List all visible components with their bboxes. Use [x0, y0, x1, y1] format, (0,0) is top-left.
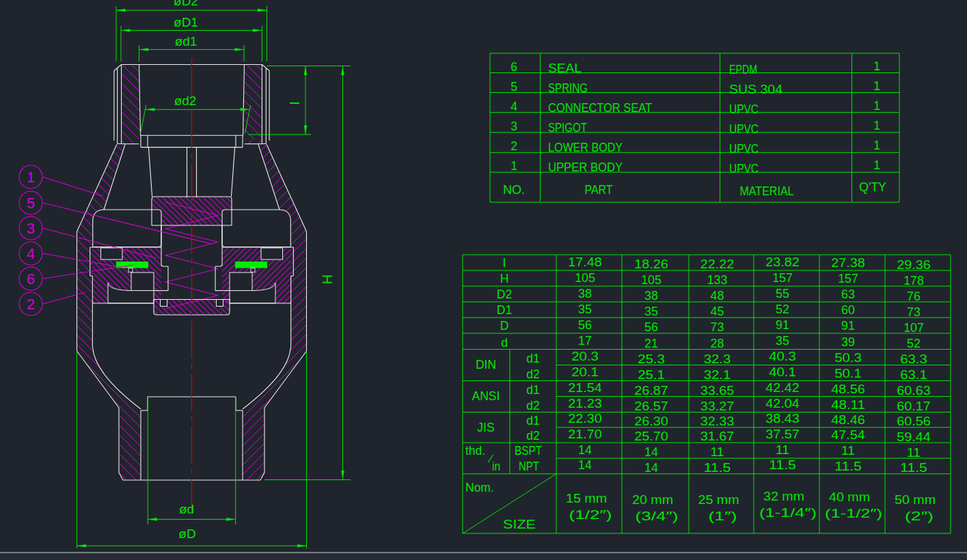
svg-text:11: 11 — [776, 443, 789, 457]
svg-text:35: 35 — [776, 334, 789, 348]
svg-text:11.5: 11.5 — [834, 460, 862, 473]
svg-text:DIN: DIN — [476, 358, 496, 372]
svg-text:38: 38 — [578, 287, 592, 300]
svg-text:5: 5 — [27, 195, 35, 212]
svg-text:25.1: 25.1 — [638, 368, 665, 382]
svg-text:40 mm: 40 mm — [829, 490, 870, 504]
svg-text:2: 2 — [27, 296, 35, 313]
svg-text:25 mm: 25 mm — [698, 493, 739, 507]
svg-text:11: 11 — [907, 446, 921, 460]
svg-text:91: 91 — [841, 319, 855, 333]
svg-text:60.56: 60.56 — [897, 415, 931, 428]
svg-text:21.54: 21.54 — [568, 381, 602, 395]
svg-text:73: 73 — [711, 320, 724, 334]
svg-text:d: d — [501, 336, 508, 350]
svg-text:1: 1 — [873, 59, 880, 73]
svg-text:(3/4″): (3/4″) — [636, 509, 679, 523]
svg-text:14: 14 — [644, 461, 658, 475]
svg-text:38.43: 38.43 — [765, 412, 800, 425]
svg-text:63.3: 63.3 — [900, 352, 927, 366]
svg-text:øD: øD — [178, 527, 195, 541]
svg-text:d1: d1 — [526, 352, 539, 365]
svg-text:Q'TY: Q'TY — [859, 180, 886, 194]
svg-text:25.70: 25.70 — [634, 430, 668, 443]
svg-text:11.5: 11.5 — [900, 461, 927, 475]
svg-text:thd.: thd. — [465, 444, 485, 458]
svg-text:UPVC: UPVC — [729, 102, 759, 116]
svg-text:UPPER BODY: UPPER BODY — [548, 160, 623, 174]
svg-text:2: 2 — [510, 139, 517, 153]
svg-text:32.3: 32.3 — [704, 352, 731, 366]
svg-text:ød2: ød2 — [174, 94, 197, 108]
svg-text:d2: d2 — [526, 399, 539, 412]
svg-text:øD1: øD1 — [174, 15, 198, 29]
svg-text:20.3: 20.3 — [571, 350, 599, 363]
svg-text:1: 1 — [873, 158, 880, 172]
svg-text:60.63: 60.63 — [897, 384, 931, 397]
svg-text:1: 1 — [510, 159, 517, 173]
svg-text:UPVC: UPVC — [729, 122, 759, 136]
svg-text:48: 48 — [711, 289, 724, 303]
svg-text:6: 6 — [27, 271, 35, 288]
svg-text:50.3: 50.3 — [834, 351, 862, 365]
svg-text:50.1: 50.1 — [834, 367, 862, 380]
svg-text:4: 4 — [27, 246, 35, 262]
svg-text:18.26: 18.26 — [634, 257, 668, 271]
svg-text:(1-1/4″): (1-1/4″) — [759, 506, 817, 520]
svg-text:48.56: 48.56 — [831, 382, 865, 396]
svg-text:3: 3 — [27, 221, 35, 237]
svg-text:6: 6 — [510, 60, 517, 74]
svg-text:ANSI: ANSI — [472, 389, 500, 403]
svg-text:UPVC: UPVC — [729, 162, 759, 176]
svg-text:14: 14 — [578, 458, 592, 472]
svg-text:d1: d1 — [526, 414, 539, 428]
svg-text:4: 4 — [510, 100, 517, 113]
svg-text:32 mm: 32 mm — [763, 490, 804, 503]
svg-text:14: 14 — [578, 443, 592, 457]
svg-text:50 mm: 50 mm — [895, 493, 936, 507]
svg-text:91: 91 — [776, 318, 789, 332]
svg-text:EPDM: EPDM — [729, 63, 757, 76]
svg-text:JIS: JIS — [477, 421, 494, 434]
svg-text:1: 1 — [873, 119, 880, 132]
svg-text:157: 157 — [838, 272, 858, 285]
svg-text:35: 35 — [578, 303, 592, 316]
svg-text:38: 38 — [644, 289, 658, 303]
svg-text:11.5: 11.5 — [704, 461, 731, 475]
svg-text:14: 14 — [644, 445, 658, 459]
svg-text:21.70: 21.70 — [568, 428, 602, 441]
svg-text:26.57: 26.57 — [634, 400, 668, 413]
svg-text:31.67: 31.67 — [700, 430, 735, 443]
svg-text:40.1: 40.1 — [769, 365, 796, 379]
svg-text:11: 11 — [711, 445, 724, 459]
svg-text:(2″): (2″) — [905, 509, 934, 523]
svg-text:22.30: 22.30 — [568, 412, 602, 425]
svg-text:47.54: 47.54 — [831, 428, 865, 442]
svg-text:105: 105 — [575, 271, 595, 285]
svg-text:56: 56 — [644, 320, 658, 334]
svg-text:56: 56 — [578, 318, 592, 332]
svg-text:40.3: 40.3 — [769, 350, 796, 363]
svg-text:D1: D1 — [497, 303, 512, 317]
svg-text:105: 105 — [641, 273, 662, 287]
svg-text:17: 17 — [578, 334, 592, 348]
svg-text:42.04: 42.04 — [765, 397, 800, 410]
svg-text:60: 60 — [841, 303, 855, 317]
svg-text:63: 63 — [841, 288, 855, 301]
svg-text:29.36: 29.36 — [897, 258, 931, 272]
svg-text:3: 3 — [510, 120, 517, 133]
svg-text:22.22: 22.22 — [700, 257, 735, 271]
svg-text:178: 178 — [903, 274, 924, 288]
svg-text:1: 1 — [27, 169, 35, 186]
svg-text:76: 76 — [907, 290, 921, 303]
svg-text:23.82: 23.82 — [765, 255, 800, 269]
svg-text:15 mm: 15 mm — [566, 492, 607, 505]
svg-text:37.57: 37.57 — [765, 428, 800, 441]
svg-text:21: 21 — [644, 337, 658, 350]
svg-text:11.5: 11.5 — [769, 458, 796, 472]
svg-text:SIZE: SIZE — [503, 518, 536, 531]
svg-text:33.27: 33.27 — [700, 400, 735, 413]
svg-text:35: 35 — [644, 305, 658, 318]
svg-text:55: 55 — [776, 287, 789, 300]
svg-text:59.44: 59.44 — [897, 430, 931, 444]
